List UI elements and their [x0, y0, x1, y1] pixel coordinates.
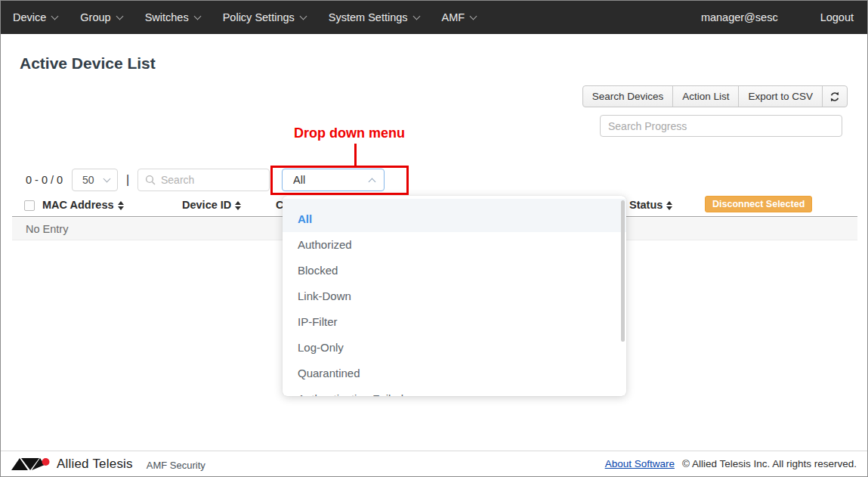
dropdown-option-log-only[interactable]: Log-Only: [283, 335, 626, 361]
column-header-mac-address[interactable]: MAC Address: [42, 199, 124, 211]
nav-menu-switches-label: Switches: [145, 11, 189, 23]
select-all-checkbox[interactable]: [24, 200, 35, 211]
nav-menu-device-label: Device: [13, 11, 46, 23]
dropdown-option-all[interactable]: All: [283, 199, 626, 232]
nav-menu-amf[interactable]: AMF: [442, 11, 477, 23]
refresh-button[interactable]: [823, 86, 847, 107]
logout-button[interactable]: Logout: [820, 11, 854, 23]
status-filter-select[interactable]: All: [282, 169, 385, 191]
status-filter-value: All: [293, 174, 305, 186]
page-size-value: 50: [82, 174, 94, 186]
nav-menu-amf-label: AMF: [442, 11, 465, 23]
chevron-up-icon: [369, 178, 376, 185]
search-devices-button[interactable]: Search Devices: [583, 86, 674, 107]
status-filter-dropdown-menu: All Authorized Blocked Link-Down IP-Filt…: [283, 196, 626, 396]
chevron-down-icon: [51, 12, 59, 20]
dropdown-option-blocked[interactable]: Blocked: [283, 258, 626, 283]
dropdown-option-link-down[interactable]: Link-Down: [283, 283, 626, 309]
export-to-csv-button[interactable]: Export to CSV: [739, 86, 823, 107]
chevron-down-icon: [116, 12, 123, 20]
separator: |: [126, 173, 129, 187]
refresh-icon: [829, 91, 841, 103]
search-progress-input[interactable]: [600, 115, 842, 137]
chevron-down-icon: [470, 12, 477, 20]
nav-menu-switches[interactable]: Switches: [145, 11, 200, 23]
sort-icon: [235, 201, 241, 210]
column-label: Device ID: [182, 199, 231, 211]
column-label: Status: [629, 199, 663, 211]
app-window: Device Group Switches Policy Settings Sy…: [0, 0, 868, 477]
no-entry-text: No Entry: [26, 223, 68, 235]
disconnect-selected-button[interactable]: Disconnect Selected: [705, 196, 812, 212]
logged-in-user: manager@sesc: [701, 11, 778, 23]
footer: Allied Telesis AMF Security About Softwa…: [1, 451, 867, 476]
toolbar-button-group: Search Devices Action List Export to CSV: [582, 85, 848, 107]
chevron-down-icon: [412, 12, 420, 20]
device-search-input[interactable]: [161, 174, 262, 186]
column-header-status[interactable]: Status: [629, 199, 672, 211]
nav-menu-system-settings-label: System Settings: [329, 11, 408, 23]
product-name: AMF Security: [147, 460, 205, 471]
nav-menu-group-label: Group: [80, 11, 110, 23]
page-title: Active Device List: [20, 54, 156, 73]
nav-menu-device[interactable]: Device: [13, 11, 57, 23]
page-size-select[interactable]: 50: [72, 169, 118, 191]
nav-menu-group[interactable]: Group: [80, 11, 122, 23]
device-search-box: [137, 169, 270, 191]
action-list-button[interactable]: Action List: [673, 86, 739, 107]
dropdown-option-quarantined[interactable]: Quarantined: [283, 361, 626, 386]
nav-menu-policy-settings-label: Policy Settings: [223, 11, 295, 23]
column-header-device-id[interactable]: Device ID: [182, 199, 241, 211]
about-software-link[interactable]: About Software: [605, 458, 675, 469]
brand-logo-group: Allied Telesis AMF Security: [11, 457, 205, 472]
chevron-down-icon: [299, 12, 307, 20]
annotation-pointer-line: [354, 144, 357, 166]
sort-icon: [118, 201, 124, 210]
pagination-range: 0 - 0 / 0: [26, 174, 63, 186]
copyright-text: © Allied Telesis Inc. All rights reserve…: [682, 458, 857, 469]
top-navbar: Device Group Switches Policy Settings Sy…: [1, 1, 867, 34]
chevron-down-icon: [193, 12, 201, 20]
dropdown-option-authorized[interactable]: Authorized: [283, 232, 626, 258]
sort-icon: [666, 201, 672, 210]
dropdown-scrollbar-thumb[interactable]: [621, 200, 625, 342]
allied-telesis-logo-icon: [11, 457, 51, 472]
column-label: MAC Address: [42, 199, 114, 211]
annotation-label: Drop down menu: [294, 125, 405, 141]
chevron-down-icon: [103, 175, 111, 182]
dropdown-option-authentication-failed[interactable]: Authentication Failed: [283, 386, 626, 396]
dropdown-option-ip-filter[interactable]: IP-Filter: [283, 309, 626, 335]
nav-menu-policy-settings[interactable]: Policy Settings: [223, 11, 306, 23]
search-icon: [145, 175, 156, 185]
brand-name: Allied Telesis: [57, 457, 133, 472]
nav-menu-system-settings[interactable]: System Settings: [329, 11, 419, 23]
